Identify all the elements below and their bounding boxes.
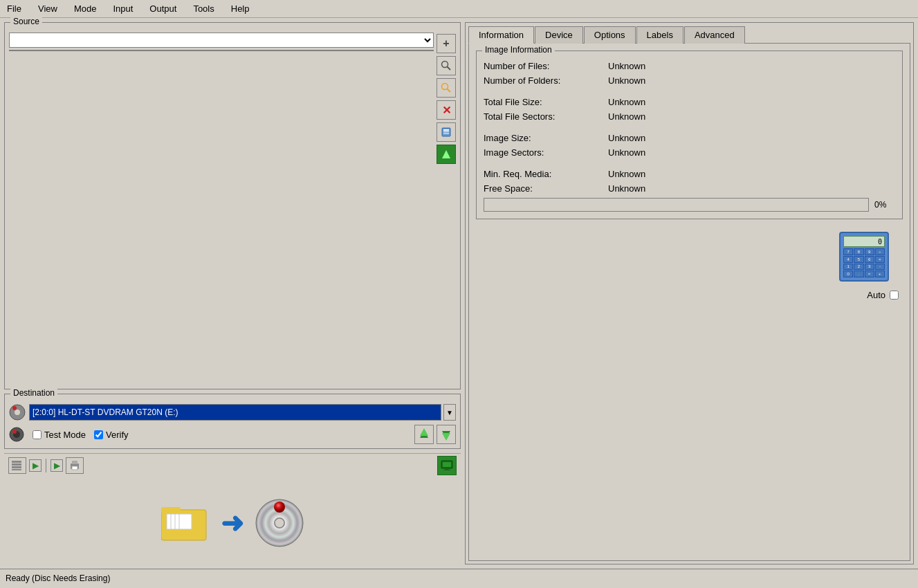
calc-key-9: 1 [843,264,853,270]
source-title: Source [10,17,42,26]
list-view-button[interactable] [8,457,26,474]
nav-down-button[interactable] [437,425,456,444]
svg-rect-32 [161,507,181,513]
statusbar: Ready (Disc Needs Erasing) [0,569,918,587]
image-info-title: Image Information [482,45,555,55]
verify-label: Verify [106,430,129,440]
dest-dropdown[interactable]: [2:0:0] HL-DT-ST DVDRAM GT20N (E:) [29,404,441,421]
nav-arrows [414,425,456,444]
label-total-file-sectors: Total File Sectors: [484,110,608,123]
dest-selected-text: [2:0:0] HL-DT-ST DVDRAM GT20N (E:) [33,407,178,417]
green-monitor-button[interactable] [437,456,457,475]
svg-point-10 [15,410,20,415]
label-num-folders: Number of Folders: [484,74,608,87]
menu-output[interactable]: Output [145,2,181,15]
svg-marker-16 [420,428,428,436]
menu-help[interactable]: Help [227,2,254,15]
tab-options[interactable]: Options [584,26,636,44]
status-text: Ready (Disc Needs Erasing) [6,573,110,583]
svg-point-42 [274,502,285,513]
delete-button[interactable]: ✕ [437,100,456,120]
dest-dropdown-arrow[interactable]: ▼ [443,404,456,421]
dest-disc-icon [9,404,26,421]
test-mode-checkbox[interactable] [33,430,42,439]
dest-dropdown-row: [2:0:0] HL-DT-ST DVDRAM GT20N (E:) ▼ [9,404,456,421]
calc-key-15: = [865,270,874,277]
auto-label: Auto [867,290,885,300]
dest-options-row: Test Mode Verify [9,425,456,444]
tab-advanced[interactable]: Advanced [684,26,745,44]
calc-key-5: 4 [843,256,853,263]
svg-point-41 [275,518,284,528]
calc-display: 0 [843,236,885,247]
verify-checkbox[interactable] [94,430,103,439]
calc-key-12: - [875,264,885,270]
calc-key-11: 3 [865,264,874,270]
test-mode-label: Test Mode [44,430,86,440]
source-listbox[interactable] [9,50,434,51]
value-free-space: Unknown [608,182,895,195]
search-button-1[interactable] [437,56,456,75]
play-button-2[interactable]: ▶ [51,459,63,472]
calc-key-13: 0 [843,270,853,277]
add-source-button[interactable]: + [437,34,456,53]
image-info-group: Image Information Number of Files: Unkno… [476,50,903,219]
svg-rect-36 [179,514,192,529]
main-container: Source + [0,18,918,569]
value-image-size: Unknown [608,131,895,145]
toolbar-separator [46,459,46,472]
menu-view[interactable]: View [34,2,62,15]
value-num-folders: Unknown [608,74,895,87]
calculator-button[interactable]: 0 7 8 9 ÷ 4 5 6 × 1 2 3 - 0 [839,232,889,282]
svg-rect-6 [443,131,449,132]
nav-up-button[interactable] [414,425,434,444]
svg-marker-18 [442,433,450,441]
svg-rect-5 [443,129,449,131]
left-panel: Source + [4,22,461,564]
menu-file[interactable]: File [3,2,26,15]
print-button[interactable] [66,457,84,474]
svg-rect-29 [443,470,450,470]
info-grid: Number of Files: Unknown Number of Folde… [484,59,895,195]
auto-checkbox[interactable] [890,291,899,300]
calc-key-10: 2 [854,264,863,270]
test-mode-checkbox-label[interactable]: Test Mode [33,430,86,440]
tab-labels[interactable]: Labels [636,26,683,44]
menu-input[interactable]: Input [109,2,137,15]
svg-rect-19 [12,461,21,463]
menu-mode[interactable]: Mode [70,2,101,15]
chevron-down-icon: ▼ [446,409,453,416]
destination-group: Destination [2:0:0] HL-DT-ST DVDRAM GT20… [4,394,461,449]
calc-key-8: × [875,256,885,263]
svg-line-3 [448,89,451,93]
toolbar-bottom: ▶ ▶ [4,453,461,477]
cd-icon [255,499,304,547]
tab-content-information: Image Information Number of Files: Unkno… [468,43,910,561]
calc-key-7: 6 [865,256,874,263]
settings-button[interactable] [437,122,456,142]
green-up-button[interactable] [437,145,456,164]
source-dropdown[interactable] [9,33,434,48]
side-buttons: + ✕ [437,33,456,164]
search-button-2[interactable] [437,78,456,98]
value-total-file-size: Unknown [608,95,895,109]
tabs-row: Information Device Options Labels Advanc… [466,23,913,43]
folder-icon [161,503,210,543]
tab-information[interactable]: Information [468,26,534,44]
progress-percentage: 0% [874,200,895,210]
svg-rect-7 [443,134,449,134]
label-image-sectors: Image Sectors: [484,146,608,159]
svg-rect-27 [443,462,451,467]
tab-device[interactable]: Device [535,26,583,44]
calc-key-1: 7 [843,248,853,255]
svg-line-1 [448,67,451,71]
menu-tools[interactable]: Tools [189,2,218,15]
svg-rect-25 [72,466,77,470]
verify-checkbox-label[interactable]: Verify [94,430,129,440]
label-num-files: Number of Files: [484,59,608,73]
svg-rect-28 [445,468,449,470]
play-button-1[interactable]: ▶ [29,459,42,472]
calc-key-2: 8 [854,248,863,255]
progress-row: 0% [484,198,895,212]
source-dropdown-row [9,33,434,48]
